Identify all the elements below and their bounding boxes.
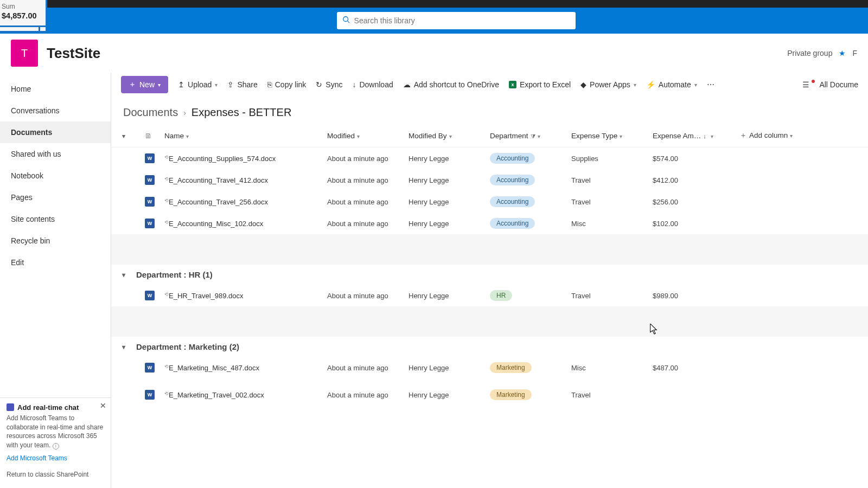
file-name[interactable]: E_Accounting_Travel_256.docx — [169, 198, 268, 206]
cell-amount: $412.00 — [648, 169, 735, 191]
star-icon[interactable]: ★ — [839, 49, 846, 57]
chevron-down-icon: ▾ — [620, 133, 622, 139]
left-nav: Home Conversations Documents Shared with… — [0, 73, 111, 488]
breadcrumb: Documents › Expenses - BETTER — [111, 97, 868, 124]
col-expense-type[interactable]: Expense Type▾ — [567, 124, 648, 147]
onedrive-icon: ☁ — [403, 80, 411, 89]
download-button[interactable]: ↓Download — [352, 80, 393, 89]
col-modified-by[interactable]: Modified By▾ — [404, 124, 486, 147]
new-button[interactable]: ＋ New ▾ — [121, 76, 168, 93]
chevron-down-icon: ▾ — [158, 82, 161, 88]
cell-modified-by[interactable]: Henry Legge — [404, 378, 486, 411]
sync-button[interactable]: ↻Sync — [316, 80, 342, 89]
nav-recyclebin[interactable]: Recycle bin — [0, 230, 111, 252]
dept-tag: Accounting — [490, 175, 535, 185]
browser-url-bar — [0, 0, 868, 8]
table-row[interactable]: W ⟲E_Accounting_Misc_102.docx About a mi… — [111, 213, 868, 234]
table-row[interactable]: W ⟲E_Accounting_Travel_412.docx About a … — [111, 169, 868, 191]
file-name[interactable]: E_Marketing_Misc_487.docx — [169, 364, 259, 372]
table-row[interactable]: W ⟲E_Accounting_Supplies_574.docx About … — [111, 147, 868, 170]
col-name[interactable]: Name▾ — [160, 124, 323, 147]
sync-badge-icon: ⟲ — [164, 155, 169, 160]
cell-modified-by[interactable]: Henry Legge — [404, 213, 486, 234]
cmd-label: Upload — [188, 80, 212, 89]
cmd-label: Share — [237, 80, 257, 89]
table-row[interactable]: W ⟲E_Accounting_Travel_256.docx About a … — [111, 191, 868, 213]
search-box[interactable] — [337, 12, 576, 29]
table-row[interactable]: W ⟲E_HR_Travel_989.docx About a minute a… — [111, 285, 868, 306]
dept-tag: Accounting — [490, 153, 535, 164]
word-icon: W — [145, 363, 155, 373]
group-header-marketing[interactable]: ▾Department : Marketing (2) — [111, 337, 868, 357]
nav-home[interactable]: Home — [0, 78, 111, 100]
cell-modified-by[interactable]: Henry Legge — [404, 191, 486, 213]
add-column[interactable]: ＋Add column▾ — [735, 124, 868, 147]
cell-modified: About a minute ago — [323, 378, 404, 411]
info-icon[interactable]: i — [53, 443, 59, 450]
teams-icon — [7, 403, 14, 411]
powerapps-button[interactable]: ◆Power Apps▾ — [580, 80, 636, 89]
close-icon[interactable]: ✕ — [100, 401, 106, 410]
table-row[interactable]: W ⟲E_Marketing_Travel_002.docx About a m… — [111, 378, 868, 411]
word-icon: W — [145, 175, 155, 185]
col-department[interactable]: Department⧩▾ — [486, 124, 567, 147]
nav-documents[interactable]: Documents — [0, 121, 111, 143]
cell-modified-by[interactable]: Henry Legge — [404, 357, 486, 378]
nav-shared[interactable]: Shared with us — [0, 143, 111, 165]
dept-tag: HR — [490, 290, 512, 301]
file-type-icon: 🗎 — [145, 132, 152, 140]
cmd-label: Automate — [659, 80, 691, 89]
word-icon: W — [145, 219, 155, 228]
nav-sitecontents[interactable]: Site contents — [0, 208, 111, 230]
file-name[interactable]: E_Accounting_Supplies_574.docx — [169, 155, 276, 163]
automate-button[interactable]: ⚡Automate▾ — [646, 80, 697, 89]
teams-promo-link[interactable]: Add Microsoft Teams — [7, 454, 104, 462]
sync-badge-icon: ⟲ — [164, 176, 169, 182]
breadcrumb-root[interactable]: Documents — [123, 106, 178, 119]
cell-modified-by[interactable]: Henry Legge — [404, 285, 486, 306]
chevron-down-icon[interactable]: ▾ — [116, 132, 132, 140]
chevron-down-icon[interactable]: ▾ — [116, 343, 132, 351]
sort-desc-icon: ↓ — [703, 133, 706, 139]
col-modified[interactable]: Modified▾ — [323, 124, 404, 147]
search-icon — [342, 16, 350, 25]
sync-badge-icon: ⟲ — [164, 391, 169, 396]
table-row[interactable]: W ⟲E_Marketing_Misc_487.docx About a min… — [111, 357, 868, 378]
nav-conversations[interactable]: Conversations — [0, 100, 111, 121]
copylink-button[interactable]: ⎘Copy link — [267, 80, 307, 89]
view-selector[interactable]: ☰ All Docume — [802, 80, 858, 89]
nav-notebook[interactable]: Notebook — [0, 165, 111, 187]
file-name[interactable]: E_Accounting_Misc_102.docx — [169, 220, 263, 228]
more-button[interactable]: ⋯ — [707, 80, 714, 89]
more-icon: ⋯ — [707, 80, 714, 89]
file-name[interactable]: E_Marketing_Travel_002.docx — [169, 391, 264, 399]
suite-header: SharePoint — [0, 8, 868, 34]
classic-sharepoint-link[interactable]: Return to classic SharePoint — [0, 465, 111, 488]
cell-type: Travel — [567, 191, 648, 213]
nav-pages[interactable]: Pages — [0, 187, 111, 208]
site-title[interactable]: TestSite — [47, 45, 100, 62]
export-excel-button[interactable]: xExport to Excel — [509, 80, 571, 89]
file-name[interactable]: E_HR_Travel_989.docx — [169, 292, 244, 300]
site-avatar[interactable]: T — [11, 40, 38, 67]
share-button[interactable]: ⇪Share — [227, 80, 257, 89]
group-header-hr[interactable]: ▾Department : HR (1) — [111, 265, 868, 285]
upload-button[interactable]: ↥Upload▾ — [178, 80, 218, 89]
chevron-down-icon: ▾ — [634, 82, 636, 88]
excel-icon: x — [509, 81, 516, 88]
file-name[interactable]: E_Accounting_Travel_412.docx — [169, 176, 268, 184]
cell-modified-by[interactable]: Henry Legge — [404, 147, 486, 170]
group-title: Department : HR (1) — [136, 270, 213, 279]
svg-line-1 — [347, 21, 349, 23]
sync-badge-icon: ⟲ — [164, 292, 169, 297]
shortcut-button[interactable]: ☁Add shortcut to OneDrive — [403, 80, 499, 89]
new-button-label: New — [139, 80, 155, 89]
col-expense-amount[interactable]: Expense Am…↓▾ — [648, 124, 735, 147]
nav-edit[interactable]: Edit — [0, 252, 111, 273]
word-icon: W — [145, 197, 155, 207]
search-input[interactable] — [354, 16, 570, 25]
cmd-label: Download — [359, 80, 393, 89]
download-icon: ↓ — [352, 80, 356, 89]
cell-modified-by[interactable]: Henry Legge — [404, 169, 486, 191]
chevron-down-icon[interactable]: ▾ — [116, 271, 132, 279]
